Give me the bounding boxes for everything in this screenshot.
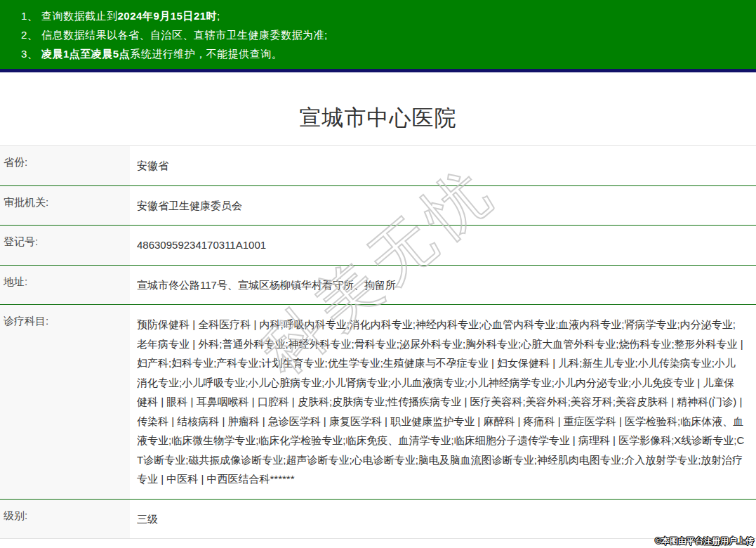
- table-row-medical-subjects: 诊疗科目: 预防保健科 | 全科医疗科 | 内科;呼吸内科专业;消化内科专业;神…: [0, 305, 756, 500]
- info-table: 省份: 安徽省 审批机关: 安徽省卫生健康委员会 登记号: 4863095923…: [0, 145, 756, 539]
- row-label-province: 省份:: [0, 146, 130, 186]
- row-value-province: 安徽省: [130, 146, 756, 186]
- notice-3-suffix: 系统进行维护，不能提供查询。: [130, 48, 282, 60]
- notice-1-bold: 2024年9月15日21时: [118, 10, 218, 22]
- table-row-registration-number: 登记号: 48630959234170311A1001: [0, 226, 756, 266]
- table-row-province: 省份: 安徽省: [0, 146, 756, 186]
- row-value-level: 三级: [130, 499, 756, 539]
- row-value-registration-number: 48630959234170311A1001: [130, 226, 756, 266]
- notice-item-1: 1、 查询数据截止到2024年9月15日21时;: [21, 6, 749, 25]
- table-row-address: 地址: 宣城市佟公路117号、宣城区杨柳镇华村看守所、拘留所: [0, 265, 756, 305]
- row-label-address: 地址:: [0, 265, 130, 305]
- row-value-medical-subjects: 预防保健科 | 全科医疗科 | 内科;呼吸内科专业;消化内科专业;神经内科专业;…: [130, 305, 756, 500]
- row-value-approval-authority: 安徽省卫生健康委员会: [130, 185, 756, 226]
- notice-item-2: 2、 信息数据结果以各省、自治区、直辖市卫生健康委数据为准;: [21, 25, 749, 44]
- notice-banner: 1、 查询数据截止到2024年9月15日21时; 2、 信息数据结果以各省、自治…: [0, 0, 756, 72]
- corner-watermark: ©本图由平台注册用户上传: [655, 535, 754, 547]
- notice-3-text: 3、: [21, 48, 41, 60]
- row-label-medical-subjects: 诊疗科目:: [0, 305, 130, 500]
- row-label-registration-number: 登记号:: [0, 226, 130, 266]
- row-label-level: 级别:: [0, 499, 130, 539]
- table-row-level: 级别: 三级: [0, 499, 756, 539]
- page-title: 宣城市中心医院: [0, 103, 756, 133]
- notice-item-3: 3、 凌晨1点至凌晨5点系统进行维护，不能提供查询。: [21, 44, 749, 63]
- notice-2-text: 2、 信息数据结果以各省、自治区、直辖市卫生健康委数据为准;: [21, 29, 328, 41]
- notice-3-bold: 凌晨1点至凌晨5点: [41, 48, 130, 60]
- notice-1-suffix: ;: [217, 10, 220, 22]
- row-label-approval-authority: 审批机关:: [0, 185, 130, 226]
- row-value-address: 宣城市佟公路117号、宣城区杨柳镇华村看守所、拘留所: [130, 265, 756, 305]
- table-row-approval-authority: 审批机关: 安徽省卫生健康委员会: [0, 185, 756, 226]
- notice-1-text: 1、 查询数据截止到: [21, 10, 118, 22]
